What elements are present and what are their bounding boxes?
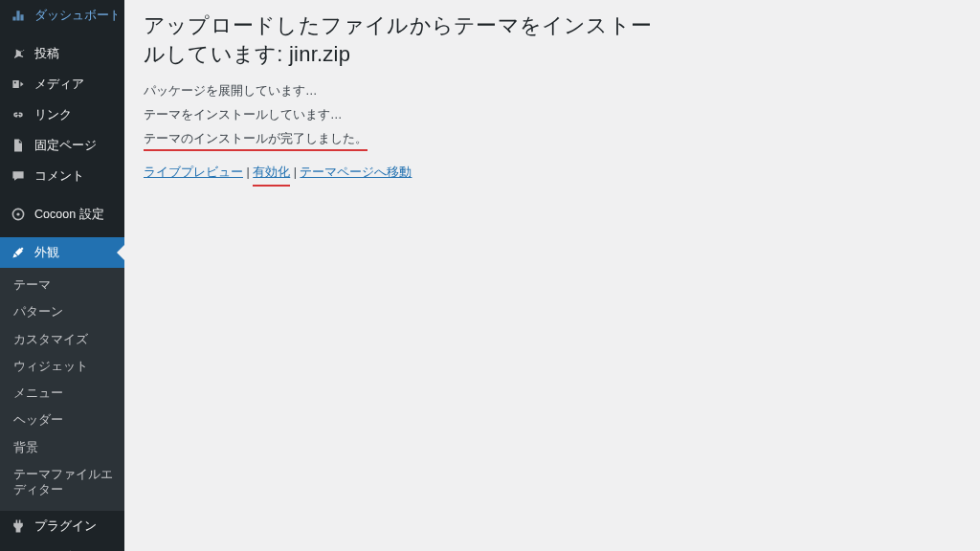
submenu-item-header[interactable]: ヘッダー — [0, 407, 124, 433]
comment-icon — [10, 167, 27, 185]
sidebar-item-label: 外観 — [34, 245, 117, 261]
sidebar-item-label: 投稿 — [34, 46, 117, 62]
appearance-icon — [10, 244, 27, 261]
content-area: アップロードしたファイルからテーマをインストールしています: jinr.zip … — [124, 0, 980, 551]
status-unpacking: パッケージを展開しています… — [144, 83, 961, 99]
media-icon — [10, 76, 27, 93]
submenu-item-editor[interactable]: テーマファイルエディター — [0, 461, 124, 504]
status-installing: テーマをインストールしています… — [144, 107, 961, 123]
sidebar-item-label: ダッシュボード — [34, 8, 117, 24]
admin-sidebar: ダッシュボード 投稿 メディア リンク 固定ページ コメント — [0, 0, 124, 551]
sidebar-item-plugins[interactable]: プラグイン — [0, 511, 124, 541]
sidebar-item-dashboard[interactable]: ダッシュボード — [0, 0, 124, 31]
status-complete: テーマのインストールが完了しました。 — [144, 131, 368, 151]
sidebar-item-comments[interactable]: コメント — [0, 161, 124, 191]
sidebar-item-label: 固定ページ — [34, 138, 117, 154]
sidebar-item-media[interactable]: メディア — [0, 69, 124, 99]
dashboard-icon — [10, 7, 27, 24]
submenu-item-patterns[interactable]: パターン — [0, 298, 124, 325]
sidebar-item-posts[interactable]: 投稿 — [0, 38, 124, 69]
submenu-item-menus[interactable]: メニュー — [0, 380, 124, 407]
sidebar-item-links[interactable]: リンク — [0, 99, 124, 130]
page-title: アップロードしたファイルからテーマをインストールしています: jinr.zip — [144, 0, 660, 76]
link-icon — [10, 106, 27, 123]
pin-icon — [10, 45, 27, 62]
page-icon — [10, 137, 27, 154]
sidebar-item-appearance[interactable]: 外観 — [0, 237, 124, 268]
themes-page-link[interactable]: テーマページへ移動 — [300, 165, 412, 179]
submenu-item-widgets[interactable]: ウィジェット — [0, 353, 124, 380]
post-install-actions: ライブプレビュー | 有効化 | テーマページへ移動 — [144, 165, 961, 181]
svg-point-1 — [16, 212, 19, 215]
appearance-submenu: テーマ パターン カスタマイズ ウィジェット メニュー ヘッダー 背景 テーマフ… — [0, 268, 124, 511]
submenu-item-background[interactable]: 背景 — [0, 434, 124, 461]
sidebar-item-label: リンク — [34, 107, 117, 123]
sidebar-item-label: コメント — [34, 168, 117, 185]
sidebar-item-cocoon[interactable]: Cocoon 設定 — [0, 199, 124, 230]
sidebar-item-label: Cocoon 設定 — [34, 207, 117, 223]
sidebar-item-label: メディア — [34, 77, 117, 93]
cocoon-icon — [10, 206, 27, 223]
live-preview-link[interactable]: ライブプレビュー — [144, 165, 243, 179]
submenu-item-themes[interactable]: テーマ — [0, 272, 124, 298]
activate-link[interactable]: 有効化 — [253, 165, 290, 179]
submenu-item-customize[interactable]: カスタマイズ — [0, 326, 124, 353]
plugin-icon — [10, 518, 27, 535]
sidebar-item-pages[interactable]: 固定ページ — [0, 130, 124, 161]
sidebar-item-users[interactable]: ユーザー — [0, 541, 124, 551]
separator: | — [246, 165, 253, 179]
sidebar-item-label: プラグイン — [34, 518, 117, 535]
